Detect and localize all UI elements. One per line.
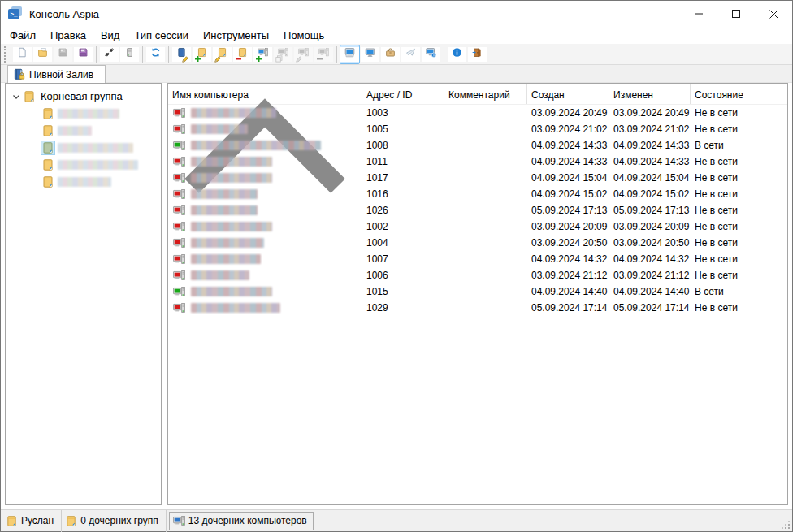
tree-item-group[interactable]	[6, 156, 161, 173]
address-book-lock-icon	[13, 68, 25, 80]
direct-connection-button[interactable]	[99, 45, 119, 64]
computer-table-panel[interactable]: Имя компьютераАдрес / IDКомментарийСозда…	[167, 83, 788, 505]
modified-cell: 05.09.2024 17:14	[609, 300, 691, 316]
toolbar-separator	[96, 46, 97, 63]
comment-cell	[444, 202, 527, 218]
redacted-group-name	[58, 126, 92, 136]
column-header-label: Изменен	[613, 89, 653, 101]
tree-item-group[interactable]	[6, 139, 161, 156]
tree-item-group[interactable]	[6, 122, 161, 139]
table-row[interactable]: 100704.09.2024 14:3204.09.2024 14:32Не в…	[168, 251, 787, 267]
computer-name-cell	[168, 300, 362, 316]
folder-add-badge-icon	[194, 55, 202, 63]
desktop-manage-icon	[340, 47, 359, 62]
state-cell: Не в сети	[691, 267, 788, 283]
close-button[interactable]	[755, 1, 792, 27]
modified-cell: 04.09.2024 15:04	[609, 170, 691, 186]
modified-cell: 04.09.2024 14:40	[609, 283, 691, 300]
comment-cell	[444, 218, 527, 235]
column-header-имя-компьютера[interactable]: Имя компьютера	[168, 84, 362, 104]
column-header-адрес-id[interactable]: Адрес / ID	[362, 84, 444, 104]
main-area: Корневая группа Имя компьютераАдрес / ID…	[1, 83, 792, 509]
menu-item-file[interactable]: Файл	[2, 28, 43, 43]
system-info-session-button[interactable]	[421, 45, 441, 64]
toolbar-grip-handle[interactable]	[4, 46, 10, 63]
created-cell: 03.09.2024 20:50	[527, 235, 609, 251]
computer-status-icon	[172, 270, 186, 282]
state-cell: Не в сети	[691, 218, 788, 235]
server-icon	[120, 47, 139, 62]
text-chat-session-button[interactable]	[401, 45, 421, 64]
tab-address-book[interactable]: Пивной Залив	[7, 65, 106, 83]
redacted-computer-name	[191, 141, 321, 150]
menu-item-help[interactable]: Помощь	[276, 28, 332, 43]
open-address-book-button[interactable]	[32, 45, 53, 64]
menu-item-session-type[interactable]: Тип сессии	[127, 28, 196, 43]
folder-icon	[41, 107, 54, 120]
computer-add-badge-icon	[255, 55, 262, 63]
state-cell: Не в сети	[691, 154, 788, 170]
add-computer-button[interactable]	[253, 45, 273, 64]
chevron-down-icon[interactable]	[10, 90, 23, 103]
table-row[interactable]: 100203.09.2024 20:0903.09.2024 20:09Не в…	[168, 218, 787, 235]
table-row[interactable]: 102905.09.2024 17:1405.09.2024 17:14Не в…	[168, 300, 787, 316]
modified-cell: 04.09.2024 14:32	[609, 251, 691, 267]
delete-group-button[interactable]	[232, 45, 253, 64]
menu-item-tools[interactable]: Инструменты	[196, 28, 276, 43]
desktop-view-session-button[interactable]	[360, 45, 380, 64]
folder-icon	[23, 90, 36, 103]
column-header-изменен[interactable]: Изменен	[609, 84, 691, 104]
router-connection-button[interactable]	[119, 45, 140, 64]
minimize-button[interactable]	[680, 1, 717, 27]
desktop-manage-session-button[interactable]	[340, 45, 360, 64]
menu-item-edit[interactable]: Правка	[43, 28, 93, 43]
state-cell: Не в сети	[691, 170, 788, 186]
redacted-computer-name	[191, 124, 248, 134]
computer-name-cell	[168, 267, 362, 283]
menu-item-view[interactable]: Вид	[93, 28, 128, 43]
computer-copy-badge-icon	[275, 55, 283, 63]
tab-bar: Пивной Залив	[1, 65, 792, 83]
redacted-group-name	[58, 177, 111, 187]
tree-item-root-group[interactable]: Корневая группа	[6, 88, 161, 105]
created-cell: 04.09.2024 15:04	[527, 170, 609, 186]
column-header-создан[interactable]: Создан	[527, 84, 609, 104]
table-row[interactable]: 100403.09.2024 20:5003.09.2024 20:50Не в…	[168, 235, 787, 251]
table-row[interactable]: 100603.09.2024 21:1203.09.2024 21:12Не в…	[168, 267, 787, 283]
state-cell: Не в сети	[691, 251, 788, 267]
address-book-properties-button[interactable]	[171, 45, 192, 64]
group-tree-panel[interactable]: Корневая группа	[5, 83, 162, 505]
tree-item-group[interactable]	[6, 173, 161, 190]
new-address-book-button[interactable]	[12, 45, 32, 64]
save-address-book-button	[53, 45, 73, 64]
text-chat-icon	[401, 47, 420, 62]
tree-root-label: Корневая группа	[41, 90, 123, 102]
comment-cell	[444, 137, 527, 154]
tree-item-group[interactable]	[6, 105, 161, 122]
resize-grip[interactable]	[782, 521, 791, 530]
status-item-label: 0 дочерних групп	[80, 515, 158, 526]
comment-cell	[444, 105, 527, 121]
redacted-computer-name	[191, 270, 249, 280]
redacted-computer-name	[191, 205, 258, 215]
refresh-status-button[interactable]	[145, 45, 166, 64]
column-header-состояние[interactable]: Состояние	[691, 84, 788, 104]
comment-cell	[444, 186, 527, 202]
save-address-book-as-button[interactable]	[73, 45, 93, 64]
file-transfer-session-button[interactable]	[380, 45, 401, 64]
maximize-button[interactable]	[717, 1, 755, 27]
column-header-комментарий[interactable]: Комментарий	[444, 84, 527, 104]
exit-button[interactable]	[467, 45, 488, 64]
add-group-button[interactable]	[192, 45, 212, 64]
table-row[interactable]: 101504.09.2024 14:4004.09.2024 14:40В се…	[168, 283, 787, 300]
about-button[interactable]	[447, 45, 467, 64]
comment-cell	[444, 121, 527, 137]
folder-edit-badge-icon	[214, 55, 222, 63]
edit-group-button[interactable]	[212, 45, 232, 64]
floppy-as-icon	[74, 47, 93, 62]
created-cell: 03.09.2024 20:49	[527, 105, 609, 121]
state-cell: Не в сети	[691, 121, 788, 137]
redacted-computer-name	[191, 108, 276, 118]
created-cell: 03.09.2024 20:09	[527, 218, 609, 235]
folder-icon	[41, 158, 54, 171]
